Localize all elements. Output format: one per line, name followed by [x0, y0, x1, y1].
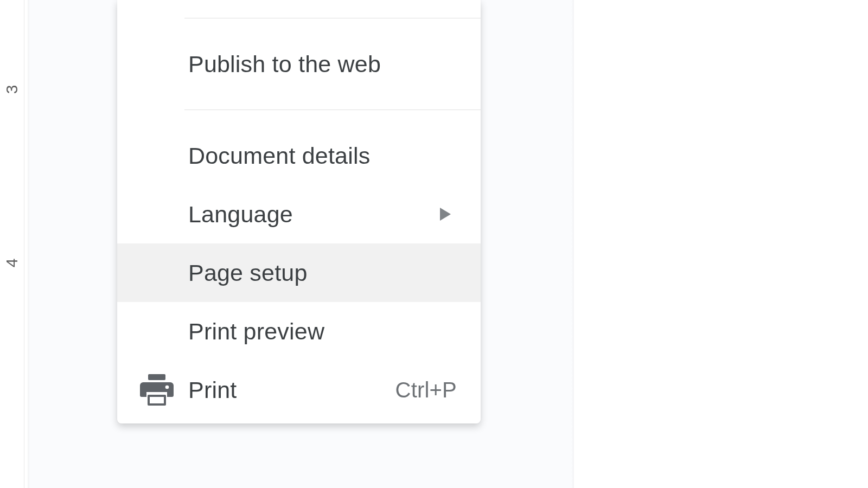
menu-item-print-preview[interactable]: Print preview [117, 302, 481, 361]
print-icon [140, 374, 174, 406]
menu-item-label: Print preview [188, 318, 457, 345]
menu-item-label: Print [188, 377, 395, 403]
svg-rect-4 [150, 397, 164, 403]
submenu-arrow-icon [439, 208, 451, 221]
menu-item-document-details[interactable]: Document details [117, 126, 481, 185]
svg-point-2 [165, 386, 169, 389]
ruler-number-3: 3 [3, 81, 21, 98]
menu-item-label: Language [188, 201, 457, 228]
menu-item-publish-to-web[interactable]: Publish to the web [117, 35, 481, 93]
svg-marker-0 [440, 208, 451, 221]
svg-rect-1 [148, 374, 165, 380]
menu-item-shortcut: Ctrl+P [395, 378, 457, 402]
menu-item-language[interactable]: Language [117, 185, 481, 243]
ruler-number-4: 4 [3, 254, 21, 272]
menu-item-label: Page setup [188, 260, 457, 286]
menu-item-label: Publish to the web [188, 51, 457, 78]
menu-item-print[interactable]: Print Ctrl+P [117, 361, 481, 419]
vertical-ruler: 3 4 [0, 0, 24, 488]
menu-item-page-setup[interactable]: Page setup [117, 243, 481, 302]
menu-item-label: Document details [188, 143, 457, 169]
file-menu-dropdown: Publish to the web Document details Lang… [117, 0, 481, 423]
